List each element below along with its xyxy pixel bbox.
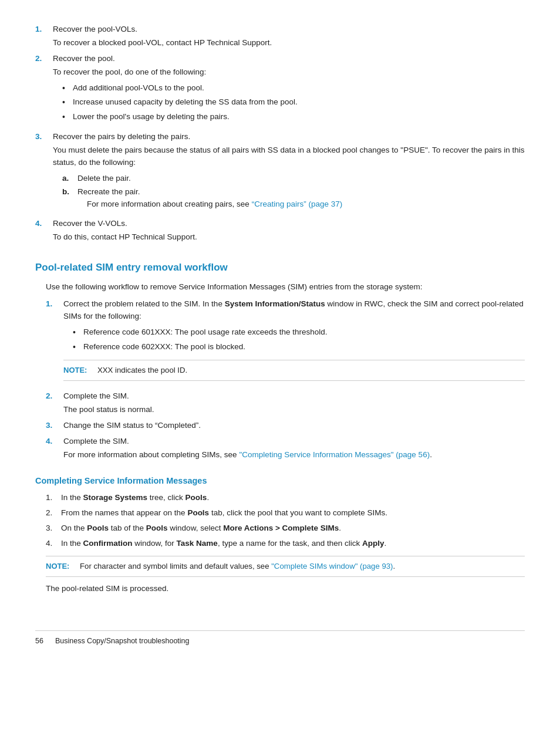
bold-text: Confirmation xyxy=(83,539,133,548)
step-content: Recover the V-VOLs. To do this, contact … xyxy=(53,218,525,244)
csim-step-1: 1. In the Storage Systems tree, click Po… xyxy=(46,492,525,504)
pool-sim-list: 1. Correct the problem related to the SI… xyxy=(46,298,525,461)
note-label: NOTE: xyxy=(46,561,74,572)
intro-list: 1. Recover the pool-VOLs. To recover a b… xyxy=(35,23,525,244)
step-number: 1. xyxy=(35,23,46,49)
alpha-item-a: a. Delete the pair. xyxy=(62,173,525,185)
step-content: Change the SIM status to “Completed”. xyxy=(63,420,525,432)
alpha-content: Recreate the pair. For more information … xyxy=(77,186,342,211)
step-sub: To recover a blocked pool-VOL, contact H… xyxy=(53,37,525,49)
completing-sims-link[interactable]: "Completing Service Information Messages… xyxy=(239,450,430,459)
step-text: In the Confirmation window, for Task Nam… xyxy=(61,538,386,550)
step-bullets: Add additional pool-VOLs to the pool. In… xyxy=(62,82,525,124)
step-content: Correct the problem related to the SIM. … xyxy=(63,298,525,387)
note-text: XXX indicates the pool ID. xyxy=(97,364,187,376)
intro-step-4: 4. Recover the V-VOLs. To do this, conta… xyxy=(35,218,525,244)
step-number: 1. xyxy=(46,492,55,504)
step-text: From the names that appear on the Pools … xyxy=(61,507,387,519)
note-box: NOTE: XXX indicates the pool ID. xyxy=(63,360,525,381)
pool-step-4: 4. Complete the SIM. For more informatio… xyxy=(46,436,525,461)
completing-sim-list: 1. In the Storage Systems tree, click Po… xyxy=(46,492,525,550)
bullet-item: Lower the pool's usage by deleting the p… xyxy=(62,111,525,124)
completing-sim-heading: Completing Service Information Messages xyxy=(35,474,525,487)
step-content: Complete the SIM. For more information a… xyxy=(63,436,525,461)
bold-text: Storage Systems xyxy=(83,493,148,502)
step-content: Recover the pairs by deleting the pairs.… xyxy=(53,131,525,215)
alpha-sub: For more information about creating pair… xyxy=(87,198,342,211)
step-content: Complete the SIM. The pool status is nor… xyxy=(63,390,525,416)
bullet-item: Reference code 602XXX: The pool is block… xyxy=(73,341,525,354)
step-sub: To recover the pool, do one of the follo… xyxy=(53,66,525,79)
bullet-item: Increase unused capacity by deleting the… xyxy=(62,96,525,109)
bold-text: Task Name xyxy=(177,539,218,548)
pool-step-1: 1. Correct the problem related to the SI… xyxy=(46,298,525,387)
bold-text: Apply xyxy=(362,539,384,548)
step-main: Recover the pool. xyxy=(53,54,115,63)
alpha-text: Recreate the pair. xyxy=(77,187,140,196)
page-content: 1. Recover the pool-VOLs. To recover a b… xyxy=(35,23,525,647)
bullet-item: Reference code 601XXX: The pool usage ra… xyxy=(73,326,525,339)
step-number: 1. xyxy=(46,298,56,387)
creating-pairs-link[interactable]: “Creating pairs” (page 37) xyxy=(252,200,343,208)
intro-step-2: 2. Recover the pool. To recover the pool… xyxy=(35,53,525,127)
note-label: NOTE: xyxy=(63,364,92,376)
bold-text: Pools xyxy=(187,508,209,517)
step-content: Recover the pool-VOLs. To recover a bloc… xyxy=(53,23,525,49)
step-sub: The pool status is normal. xyxy=(63,404,525,416)
bold-text: System Information/Status xyxy=(225,299,325,308)
intro-step-1: 1. Recover the pool-VOLs. To recover a b… xyxy=(35,23,525,49)
note-text: For character and symbol limits and defa… xyxy=(80,561,395,572)
completing-sim-body: 1. In the Storage Systems tree, click Po… xyxy=(46,492,525,595)
footer-section-title: Business Copy/Snapshot troubleshooting xyxy=(55,636,190,647)
step-sub: To do this, contact HP Technical Support… xyxy=(53,231,525,244)
bold-text: Pools xyxy=(87,524,109,532)
step-sub: You must delete the pairs because the st… xyxy=(53,144,525,169)
bold-text: Pools xyxy=(185,493,207,502)
step-text: In the Storage Systems tree, click Pools… xyxy=(61,492,209,504)
alpha-list: a. Delete the pair. b. Recreate the pair… xyxy=(62,173,525,211)
step-content: Recover the pool. To recover the pool, d… xyxy=(53,53,525,127)
step-main: Complete the SIM. xyxy=(63,437,129,445)
alpha-letter: b. xyxy=(62,186,73,211)
step-main: Recover the pairs by deleting the pairs. xyxy=(53,132,190,141)
alpha-item-b: b. Recreate the pair. For more informati… xyxy=(62,186,525,211)
csim-note-box: NOTE: For character and symbol limits an… xyxy=(46,556,525,577)
step-number: 2. xyxy=(46,507,55,519)
step-main: Recover the pool-VOLs. xyxy=(53,25,137,33)
step-bullets: Reference code 601XXX: The pool usage ra… xyxy=(73,326,525,353)
step-number: 3. xyxy=(46,420,56,432)
footer-page-number: 56 xyxy=(35,636,43,647)
bullet-item: Add additional pool-VOLs to the pool. xyxy=(62,82,525,95)
step-text: On the Pools tab of the Pools window, se… xyxy=(61,522,341,535)
step-number: 4. xyxy=(46,538,55,550)
pool-step-2: 2. Complete the SIM. The pool status is … xyxy=(46,390,525,416)
step-main: Recover the V-VOLs. xyxy=(53,219,127,228)
pool-step-3: 3. Change the SIM status to “Completed”. xyxy=(46,420,525,432)
alpha-letter: a. xyxy=(62,173,73,185)
step-main: Correct the problem related to the SIM. … xyxy=(63,299,524,320)
after-note-text: The pool-related SIM is processed. xyxy=(46,583,525,595)
step-number: 4. xyxy=(46,436,56,461)
step-sub: For more information about completing SI… xyxy=(63,449,525,461)
pool-sim-heading: Pool-related SIM entry removal workflow xyxy=(35,260,525,275)
footer: 56 Business Copy/Snapshot troubleshootin… xyxy=(35,630,525,647)
pool-sim-body: Use the following workflow to remove Ser… xyxy=(46,281,525,461)
step-main: Complete the SIM. xyxy=(63,391,129,400)
step-number: 3. xyxy=(35,131,46,215)
step-number: 3. xyxy=(46,522,55,535)
complete-sims-window-link[interactable]: "Complete SIMs window" (page 93) xyxy=(271,562,393,571)
step-main: Change the SIM status to “Completed”. xyxy=(63,421,201,430)
alpha-text: Delete the pair. xyxy=(77,173,131,185)
step-number: 2. xyxy=(46,390,56,416)
bold-text: Pools xyxy=(146,524,168,532)
bold-text: More Actions > Complete SIMs xyxy=(223,524,339,532)
intro-step-3: 3. Recover the pairs by deleting the pai… xyxy=(35,131,525,215)
csim-step-4: 4. In the Confirmation window, for Task … xyxy=(46,538,525,550)
csim-step-2: 2. From the names that appear on the Poo… xyxy=(46,507,525,519)
step-number: 2. xyxy=(35,53,46,127)
alpha-sub-text: For more information about creating pair… xyxy=(87,200,252,208)
step-number: 4. xyxy=(35,218,46,244)
csim-step-3: 3. On the Pools tab of the Pools window,… xyxy=(46,522,525,535)
pool-sim-intro: Use the following workflow to remove Ser… xyxy=(46,281,525,293)
